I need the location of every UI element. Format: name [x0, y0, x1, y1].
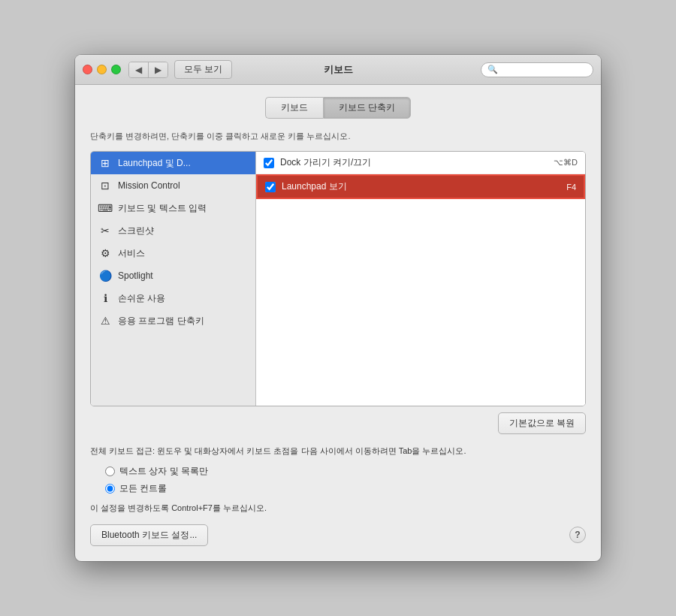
- help-button[interactable]: ?: [569, 527, 586, 543]
- bluetooth-button[interactable]: Bluetooth 키보드 설정...: [90, 524, 208, 546]
- shortcut-label-launchpad: Launchpad 보기: [282, 180, 560, 193]
- titlebar: ◀ ▶ 모두 보기 키보드 🔍: [75, 55, 601, 85]
- mission-icon: ⊡: [98, 179, 112, 192]
- restore-button-row: 기본값으로 복원: [90, 412, 586, 434]
- sidebar-item-label-mission: Mission Control: [118, 180, 180, 191]
- sidebar-item-label-spotlight: Spotlight: [118, 270, 153, 281]
- warning-icon: ⚠: [98, 314, 112, 328]
- shortcut-label-dock: Dock 가리기 켜기/끄기: [280, 156, 548, 169]
- shortcut-key-dock: ⌥⌘D: [554, 158, 578, 168]
- traffic-lights: [83, 65, 121, 74]
- tab-shortcuts[interactable]: 키보드 단축키: [323, 97, 411, 119]
- shortcut-checkbox-dock[interactable]: [264, 158, 274, 168]
- search-box[interactable]: 🔍: [481, 62, 593, 77]
- gear-icon: ⚙: [98, 246, 112, 260]
- sidebar-item-label-keyboard: 키보드 및 텍스트 입력: [118, 202, 207, 215]
- sidebar-item-services[interactable]: ⚙ 서비스: [91, 242, 255, 264]
- radio-text-only: 텍스트 상자 및 목록만: [105, 465, 586, 478]
- shortcut-row-dock: Dock 가리기 켜기/끄기 ⌥⌘D: [256, 152, 585, 174]
- nav-forward-button[interactable]: ▶: [149, 62, 167, 77]
- window-title: 키보드: [324, 63, 353, 77]
- sidebar-item-label-screenshot: 스크린샷: [118, 225, 154, 237]
- nav-back-button[interactable]: ◀: [129, 62, 149, 77]
- maximize-button[interactable]: [111, 65, 121, 74]
- right-panel: Dock 가리기 켜기/끄기 ⌥⌘D Launchpad 보기 F4: [256, 152, 585, 406]
- radio-text-only-label: 텍스트 상자 및 목록만: [119, 465, 208, 478]
- main-panel: ⊞ Launchpad 및 D... ⊡ Mission Control ⌨ 키…: [90, 151, 586, 406]
- nav-buttons: ◀ ▶: [128, 62, 168, 78]
- tab-keyboard[interactable]: 키보드: [265, 97, 323, 119]
- sidebar-item-screenshot[interactable]: ✂ 스크린샷: [91, 219, 255, 242]
- sidebar-item-accessibility[interactable]: ℹ 손쉬운 사용: [91, 287, 255, 310]
- main-window: ◀ ▶ 모두 보기 키보드 🔍 키보드 키보드 단축키 단축키를 변경하려면, …: [75, 55, 601, 561]
- sidebar-item-label-services: 서비스: [118, 247, 145, 260]
- sidebar-item-label-app-shortcuts: 응용 프로그램 단축키: [118, 315, 204, 328]
- minimize-button[interactable]: [97, 65, 107, 74]
- radio-all-controls-label: 모든 컨트롤: [119, 482, 167, 495]
- sidebar-item-mission[interactable]: ⊡ Mission Control: [91, 174, 255, 197]
- sidebar-item-spotlight[interactable]: 🔵 Spotlight: [91, 264, 255, 287]
- bottom-bar: Bluetooth 키보드 설정... ?: [90, 524, 586, 546]
- sidebar-item-keyboard-text[interactable]: ⌨ 키보드 및 텍스트 입력: [91, 197, 255, 219]
- shortcut-row-launchpad: Launchpad 보기 F4: [256, 174, 585, 199]
- shortcut-key-launchpad: F4: [566, 183, 576, 192]
- description-text: 단축키를 변경하려면, 단축키를 이중 클릭하고 새로운 키를 누르십시오.: [90, 131, 586, 142]
- all-view-button[interactable]: 모두 보기: [174, 60, 232, 79]
- radio-text-only-input[interactable]: [105, 467, 115, 476]
- keyboard-icon: ⌨: [98, 201, 112, 215]
- content-area: 키보드 키보드 단축키 단축키를 변경하려면, 단축키를 이중 클릭하고 새로운…: [75, 85, 601, 561]
- spotlight-icon: 🔵: [98, 269, 112, 282]
- screenshot-icon: ✂: [98, 224, 112, 237]
- radio-all-controls-input[interactable]: [105, 484, 115, 494]
- radio-all-controls: 모든 컨트롤: [105, 482, 586, 495]
- tab-bar: 키보드 키보드 단축키: [90, 97, 586, 119]
- sidebar: ⊞ Launchpad 및 D... ⊡ Mission Control ⌨ 키…: [91, 152, 256, 406]
- sidebar-item-label-launchpad: Launchpad 및 D...: [118, 157, 191, 170]
- search-icon: 🔍: [487, 65, 498, 74]
- sidebar-item-launchpad[interactable]: ⊞ Launchpad 및 D...: [91, 152, 255, 174]
- sidebar-item-label-accessibility: 손쉬운 사용: [118, 292, 165, 305]
- keyboard-access-note: 이 설정을 변경하도록 Control+F7를 누르십시오.: [90, 503, 586, 514]
- restore-button[interactable]: 기본값으로 복원: [498, 412, 586, 434]
- shortcut-checkbox-launchpad[interactable]: [265, 182, 276, 192]
- sidebar-item-app-shortcuts[interactable]: ⚠ 응용 프로그램 단축키: [91, 310, 255, 332]
- close-button[interactable]: [83, 65, 92, 74]
- search-input[interactable]: [501, 65, 587, 75]
- keyboard-access-section: 전체 키보드 접근: 윈도우 및 대화상자에서 키보드 초점을 다음 사이에서 …: [90, 445, 586, 514]
- accessibility-icon: ℹ: [98, 291, 112, 305]
- grid-icon: ⊞: [98, 156, 112, 170]
- radio-group: 텍스트 상자 및 목록만 모든 컨트롤: [105, 465, 586, 495]
- keyboard-access-desc: 전체 키보드 접근: 윈도우 및 대화상자에서 키보드 초점을 다음 사이에서 …: [90, 445, 586, 457]
